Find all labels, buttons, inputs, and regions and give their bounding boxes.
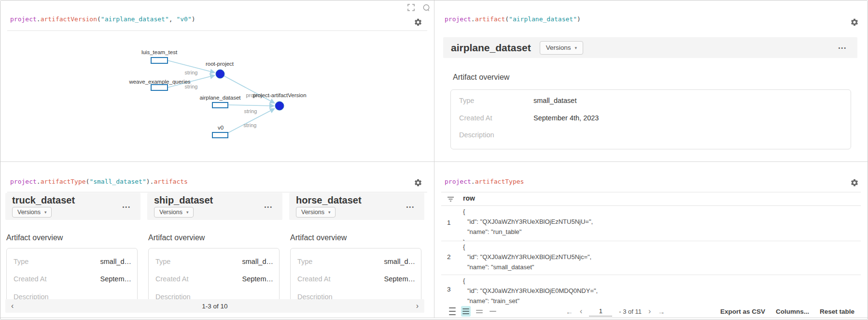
table-row[interactable]: 3 { "id": "QXJ0aWZhY3RUeXBlOjE0MDQ0NDY="… [441,275,861,305]
node-label: airplane_dataset [199,95,241,101]
overview-row: Type small_d… [14,258,131,267]
token-object: project [445,15,471,23]
panel-artifact-version: project.artifactVersion("airplane_datase… [0,0,434,162]
graph-node-v0[interactable]: v0 [212,125,228,138]
expression-artifact-version[interactable]: project.artifactVersion("airplane_datase… [10,15,196,23]
row-label: Type [14,258,28,265]
versions-button[interactable]: Versions ▾ [154,207,194,218]
graph-node-project-artifact-version[interactable]: project project-artifactVersion [246,92,306,110]
token-dot: . [471,178,475,185]
overflow-menu-button[interactable]: ••• [835,44,850,51]
versions-button[interactable]: Versions ▾ [12,207,52,218]
overview-row: Description [459,131,845,141]
overview-row: Created At September 4th, 2023 [459,114,845,124]
row-value: small_dataset [533,97,576,104]
row-label: Description [459,131,494,139]
versions-label: Versions [17,209,41,216]
token-dot: . [37,15,41,23]
next-page-icon[interactable]: › [410,302,424,310]
graph-node-luis-team-test[interactable]: luis_team_test [141,49,178,63]
artifact-overview-box: Type small_dataset Created At September … [450,89,851,149]
density-single-icon[interactable] [488,306,498,317]
cards-pagination-bar: ‹ 1-3 of 10 › [5,299,424,313]
row-value: small_d… [242,258,273,265]
row-label: Type [459,97,474,104]
section-title: Artifact overview [453,73,509,82]
gear-icon[interactable] [850,178,859,187]
section-title: Artifact overview [6,233,63,242]
row-value: small_d… [100,258,131,265]
panel-artifact-types: project.artifactTypes row 1 { "id": "QXJ… [434,162,868,318]
token-paren: ) [146,178,150,185]
chevron-down-icon: ▾ [44,210,47,215]
token-string: "small_dataset" [89,178,146,185]
table-row[interactable]: 1 { "id": "QXJ0aWZhY3RUeXBlOjEzNTU5NjU="… [441,205,861,241]
overflow-menu-button[interactable]: ••• [261,204,276,210]
prev-page-icon[interactable]: ‹ [580,307,582,315]
density-tall-icon[interactable] [448,306,457,317]
overview-row: Created At Septem… [155,275,273,285]
divider [7,192,427,192]
versions-label: Versions [159,209,182,216]
versions-button[interactable]: Versions ▾ [540,41,583,55]
row-label: Type [297,258,312,265]
density-compact-icon[interactable] [475,306,484,317]
expression-artifact[interactable]: project.artifact("airplane_dataset") [445,15,581,23]
overview-row: Created At Septem… [297,275,415,285]
gear-icon[interactable] [414,178,422,187]
card-header: truck_dataset Versions ▾ ••• [5,193,140,220]
filter-icon[interactable] [448,196,454,202]
section-title: Artifact overview [290,233,347,242]
next-page-icon[interactable]: › [648,307,651,315]
export-csv-button[interactable]: Export as CSV [720,308,765,315]
weave-dashboard: project.artifactVersion("airplane_datase… [0,0,868,320]
artifact-title: airplane_dataset [451,42,531,54]
row-json-cell: { "id": "QXJ0aWZhY3RUeXBlOjE0MDQ0NDY=", … [463,276,598,305]
panel-artifact: project.artifact("airplane_dataset") air… [434,0,868,162]
columns-button[interactable]: Columns... [776,308,809,315]
token-method: artifactType [41,178,86,185]
fullscreen-icon[interactable] [407,4,415,11]
overflow-menu-button[interactable]: ••• [119,204,134,210]
column-header-row[interactable]: row [463,194,475,202]
token-comma: , [169,15,177,23]
row-density-controls [448,306,498,317]
expression-artifact-types[interactable]: project.artifactTypes [445,178,524,185]
row-json-cell: { "id": "QXJ0aWZhY3RUeXBlOjEzNTU5NjU=", … [463,206,593,241]
overview-row: Type small_dataset [459,97,845,106]
token-string: "v0" [176,15,191,23]
token-dot: . [471,15,475,23]
section-title: Artifact overview [148,233,205,242]
row-value: September 4th, 2023 [533,114,599,122]
density-medium-icon[interactable] [461,306,471,317]
artifact-card-truck-dataset: truck_dataset Versions ▾ ••• Artifact ov… [5,193,140,220]
table-row[interactable]: 2 { "id": "QXJ0aWZhY3RUeXBlOjEzNTU5Njc="… [441,241,861,275]
prev-page-icon[interactable]: ‹ [5,302,19,310]
artifact-card-horse-dataset: horse_dataset Versions ▾ ••• Artifact ov… [289,193,424,220]
row-label: Created At [297,275,331,283]
comment-icon[interactable] [422,4,431,12]
lineage-graph[interactable]: luis_team_test weave_example_queries air… [0,31,434,156]
reset-table-button[interactable]: Reset table [820,308,854,315]
row-number: 3 [447,286,451,293]
first-page-icon[interactable]: ← [566,308,573,315]
page-range-label: 1-3 of 10 [19,303,410,310]
gear-icon[interactable] [414,18,422,27]
gear-icon[interactable] [850,18,859,27]
graph-node-airplane-dataset[interactable]: airplane_dataset [199,95,241,108]
chevron-down-icon: ▾ [575,45,577,50]
graph-node-root-project[interactable]: root-project [206,61,234,78]
token-string: "airplane_dataset" [101,15,169,23]
table-footer: ← ‹ - 3 of 11 › → Export as CSV Columns.… [434,305,868,318]
page-number-input[interactable] [589,306,612,317]
divider [7,30,427,31]
graph-node-weave-example-queries[interactable]: weave_example_queries [128,79,190,90]
overflow-menu-button[interactable]: ••• [403,204,418,210]
token-method: artifactTypes [475,178,524,185]
token-object: project [445,178,471,185]
expression-artifact-type[interactable]: project.artifactType("small_dataset").ar… [10,178,188,185]
row-value: Septem… [384,275,415,283]
versions-button[interactable]: Versions ▾ [296,207,336,218]
last-page-icon[interactable]: → [658,308,665,315]
card-title: horse_dataset [296,195,362,206]
